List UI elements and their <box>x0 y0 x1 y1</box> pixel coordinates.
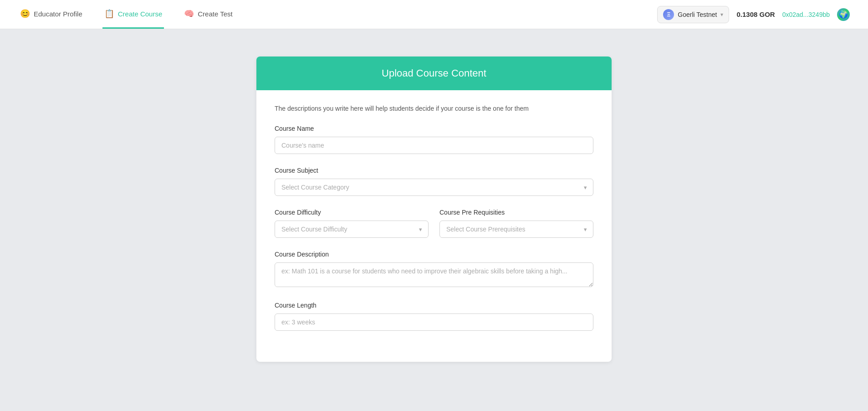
form-header-title: Upload Course Content <box>271 67 597 79</box>
form-subtitle: The descriptions you write here will hel… <box>275 105 593 112</box>
educator-profile-emoji: 😊 <box>20 9 30 19</box>
balance-display: 0.1308 GOR <box>736 10 775 18</box>
course-difficulty-select-wrapper: Select Course Difficulty Beginner Interm… <box>275 221 429 238</box>
tab-create-course[interactable]: 📋 Create Course <box>102 0 164 29</box>
course-prerequisites-label: Course Pre Requisities <box>439 209 593 216</box>
course-name-input[interactable] <box>275 137 593 154</box>
main-content: Upload Course Content The descriptions y… <box>0 29 868 380</box>
chevron-down-icon: ▾ <box>720 11 723 18</box>
course-name-group: Course Name <box>275 125 593 154</box>
course-subject-group: Course Subject Select Course Category Ma… <box>275 167 593 196</box>
course-prerequisites-select-wrapper: Select Course Prerequisites None Basic M… <box>439 221 593 238</box>
form-body: The descriptions you write here will hel… <box>256 90 612 362</box>
form-card: Upload Course Content The descriptions y… <box>256 57 612 362</box>
tab-educator-profile[interactable]: 😊 Educator Profile <box>18 0 84 29</box>
course-length-input[interactable] <box>275 313 593 331</box>
course-description-label: Course Description <box>275 251 593 258</box>
course-prerequisites-select[interactable]: Select Course Prerequisites None Basic M… <box>439 221 593 238</box>
tab-create-test[interactable]: 🧠 Create Test <box>182 0 234 29</box>
nav-tabs: 😊 Educator Profile 📋 Create Course 🧠 Cre… <box>18 0 235 29</box>
form-header: Upload Course Content <box>256 57 612 90</box>
course-prerequisites-group: Course Pre Requisities Select Course Pre… <box>439 209 593 238</box>
course-difficulty-group: Course Difficulty Select Course Difficul… <box>275 209 429 238</box>
course-subject-select-wrapper: Select Course Category Mathematics Scien… <box>275 179 593 196</box>
course-name-label: Course Name <box>275 125 593 132</box>
wallet-address[interactable]: 0x02ad...3249bb <box>782 11 830 18</box>
network-selector[interactable]: Ξ Goerli Testnet ▾ <box>657 6 729 23</box>
course-subject-select[interactable]: Select Course Category Mathematics Scien… <box>275 179 593 196</box>
globe-icon[interactable]: 🌍 <box>837 8 850 21</box>
course-subject-label: Course Subject <box>275 167 593 174</box>
network-name: Goerli Testnet <box>678 11 717 18</box>
header: 😊 Educator Profile 📋 Create Course 🧠 Cre… <box>0 0 868 29</box>
header-right: Ξ Goerli Testnet ▾ 0.1308 GOR 0x02ad...3… <box>657 6 850 23</box>
course-difficulty-prereq-row: Course Difficulty Select Course Difficul… <box>275 209 593 251</box>
eth-icon: Ξ <box>663 9 674 20</box>
create-course-emoji: 📋 <box>104 9 114 19</box>
create-test-label: Create Test <box>198 10 232 18</box>
course-description-group: Course Description <box>275 251 593 289</box>
course-length-label: Course Length <box>275 302 593 309</box>
course-difficulty-label: Course Difficulty <box>275 209 429 216</box>
create-test-emoji: 🧠 <box>184 9 194 19</box>
create-course-label: Create Course <box>118 10 163 18</box>
course-description-textarea[interactable] <box>275 262 593 287</box>
course-difficulty-select[interactable]: Select Course Difficulty Beginner Interm… <box>275 221 429 238</box>
educator-profile-label: Educator Profile <box>34 10 82 18</box>
course-length-group: Course Length <box>275 302 593 331</box>
